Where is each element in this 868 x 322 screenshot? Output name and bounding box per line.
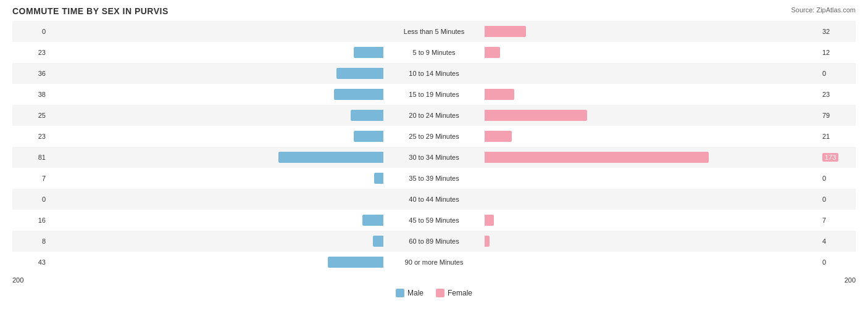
male-bar-side [49, 234, 434, 248]
male-bar-side [49, 213, 434, 227]
male-bar [373, 236, 383, 247]
bar-pair-container: 30 to 34 Minutes [49, 147, 819, 168]
female-bar-side [434, 46, 819, 59]
male-bar-side [49, 171, 434, 185]
legend-male: Male [396, 289, 424, 297]
male-value: 7 [12, 175, 49, 182]
male-bar-side [49, 46, 434, 59]
bar-pair-container: 35 to 39 Minutes [49, 168, 819, 189]
female-value: 0 [819, 175, 856, 182]
bar-pair-container: 60 to 89 Minutes [49, 231, 819, 252]
male-bar-side [49, 67, 434, 80]
chart-row: 23 25 to 29 Minutes 21 [12, 126, 856, 147]
female-bar-side [434, 192, 819, 206]
chart-row: 81 30 to 34 Minutes 173 [12, 147, 856, 168]
legend-female-box [436, 289, 444, 297]
legend-female-label: Female [448, 289, 472, 297]
male-bar-side [49, 130, 434, 143]
male-bar-side [49, 109, 434, 122]
chart-row: 8 60 to 89 Minutes 4 [12, 231, 856, 252]
male-value: 16 [12, 217, 49, 224]
female-value: 23 [819, 91, 856, 98]
female-value: 12 [819, 49, 856, 56]
chart-row: 7 35 to 39 Minutes 0 [12, 168, 856, 189]
male-bar [354, 131, 383, 142]
male-value: 25 [12, 112, 49, 119]
bar-pair-container: 45 to 59 Minutes [49, 210, 819, 231]
chart-row: 36 10 to 14 Minutes 0 [12, 63, 856, 84]
axis-labels: 200 200 [12, 274, 856, 286]
female-value: 0 [819, 258, 856, 266]
male-bar-side [49, 88, 434, 101]
female-bar [485, 89, 514, 100]
chart-row: 43 90 or more Minutes 0 [12, 252, 856, 273]
female-bar-side [434, 67, 819, 80]
chart-row: 0 Less than 5 Minutes 32 [12, 21, 856, 42]
female-bar-side [434, 130, 819, 143]
legend-female: Female [436, 289, 472, 297]
chart-title: COMMUTE TIME BY SEX IN PURVIS [12, 6, 856, 16]
bar-pair-container: 20 to 24 Minutes [49, 105, 819, 126]
male-value: 43 [12, 258, 49, 266]
female-value: 21 [819, 133, 856, 140]
male-value: 0 [12, 196, 49, 203]
female-value: 173 [819, 154, 856, 161]
chart-area: 0 Less than 5 Minutes 32 23 5 to 9 Min [12, 21, 856, 273]
female-bar [485, 110, 587, 121]
female-bar [485, 131, 512, 142]
male-bar [362, 215, 383, 226]
male-bar-side [49, 192, 434, 206]
male-value: 8 [12, 237, 49, 245]
axis-right: 200 [819, 276, 856, 284]
male-bar [328, 257, 383, 268]
male-bar-side [49, 25, 434, 38]
male-bar-side [49, 151, 434, 164]
legend-male-box [396, 289, 404, 297]
female-value: 32 [819, 28, 856, 35]
male-value: 81 [12, 154, 49, 161]
female-bar-side [434, 234, 819, 248]
female-bar [485, 152, 709, 163]
female-bar-side [434, 213, 819, 227]
female-bar [485, 47, 500, 58]
chart-row: 25 20 to 24 Minutes 79 [12, 105, 856, 126]
axis-left: 200 [12, 276, 49, 284]
legend: Male Female [12, 289, 856, 297]
chart-container: COMMUTE TIME BY SEX IN PURVIS Source: Zi… [0, 0, 868, 322]
source-text: Source: ZipAtlas.com [791, 6, 856, 14]
male-value: 23 [12, 49, 49, 56]
female-value: 79 [819, 112, 856, 119]
legend-male-label: Male [407, 289, 424, 297]
male-bar [354, 47, 383, 58]
male-bar [351, 110, 383, 121]
bar-pair-container: 40 to 44 Minutes [49, 189, 819, 210]
female-bar-side [434, 88, 819, 101]
female-bar-side [434, 109, 819, 122]
male-value: 38 [12, 91, 49, 98]
female-value: 7 [819, 217, 856, 224]
chart-row: 16 45 to 59 Minutes 7 [12, 210, 856, 231]
female-bar-side [434, 171, 819, 185]
female-bar [485, 215, 494, 226]
male-bar [336, 68, 383, 79]
male-bar-side [49, 255, 434, 269]
female-value: 0 [819, 196, 856, 203]
female-bar [485, 236, 490, 247]
male-bar [374, 173, 383, 184]
bar-pair-container: 10 to 14 Minutes [49, 63, 819, 84]
bar-pair-container: 90 or more Minutes [49, 252, 819, 273]
bar-pair-container: 15 to 19 Minutes [49, 84, 819, 105]
female-bar-side [434, 25, 819, 38]
bar-pair-container: 5 to 9 Minutes [49, 42, 819, 63]
male-bar [278, 152, 383, 163]
female-bar [485, 26, 526, 37]
female-value: 4 [819, 237, 856, 245]
chart-row: 38 15 to 19 Minutes 23 [12, 84, 856, 105]
chart-row: 23 5 to 9 Minutes 12 [12, 42, 856, 63]
female-bar-side [434, 151, 819, 164]
female-bar-side [434, 255, 819, 269]
bar-pair-container: Less than 5 Minutes [49, 21, 819, 42]
female-value: 0 [819, 70, 856, 77]
male-value: 23 [12, 133, 49, 140]
bar-pair-container: 25 to 29 Minutes [49, 126, 819, 147]
